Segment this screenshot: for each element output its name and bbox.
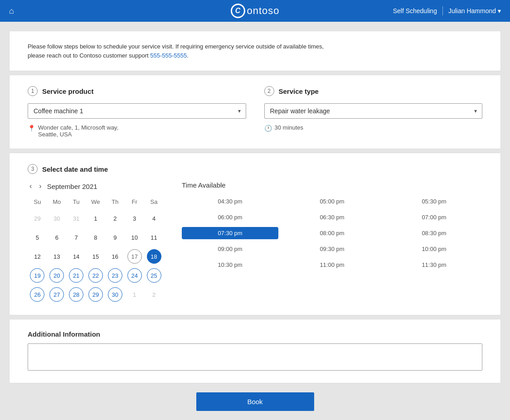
- step1-number: 1: [28, 86, 38, 96]
- time-slot[interactable]: 05:00 pm: [284, 195, 380, 208]
- time-slot[interactable]: 07:00 pm: [386, 211, 482, 223]
- step2-number: 2: [264, 86, 274, 96]
- step2-header: 2 Service type: [264, 86, 483, 96]
- calendar-day[interactable]: 30: [108, 287, 122, 302]
- calendar-day: 29: [30, 211, 44, 226]
- calendar-day[interactable]: 16: [108, 249, 122, 264]
- clock-icon: 🕐: [264, 125, 272, 132]
- service-type-select[interactable]: Repair water leakage: [264, 103, 483, 119]
- time-available-label: Time Available: [182, 181, 482, 189]
- service-product-select[interactable]: Coffee machine 1: [28, 103, 246, 119]
- calendar-day[interactable]: 27: [49, 287, 64, 302]
- calendar-body: 2930311234567891011121314151617181920212…: [28, 209, 164, 304]
- time-slot[interactable]: 05:30 pm: [386, 195, 482, 208]
- time-slot[interactable]: 04:30 pm: [182, 195, 278, 208]
- time-slot[interactable]: 08:00 pm: [284, 227, 380, 239]
- calendar-day[interactable]: 2: [108, 211, 122, 226]
- calendar-day[interactable]: 14: [69, 249, 83, 264]
- calendar-day[interactable]: 8: [88, 230, 103, 245]
- calendar-day[interactable]: 29: [88, 287, 103, 302]
- day-header-sa: Sa: [144, 197, 164, 209]
- additional-info-label: Additional Information: [28, 330, 482, 338]
- time-slot[interactable]: 11:00 pm: [284, 259, 380, 271]
- time-slot[interactable]: 06:30 pm: [284, 211, 380, 223]
- step3-header: 3 Select date and time: [28, 164, 482, 174]
- service-columns: 1 Service product Coffee machine 1 ▾ 📍 W…: [28, 86, 482, 138]
- location-icon: 📍: [28, 125, 35, 132]
- calendar-day[interactable]: 10: [127, 230, 142, 245]
- calendar-week-1: 567891011: [28, 228, 164, 247]
- calendar-day[interactable]: 21: [69, 268, 83, 283]
- calendar-day[interactable]: 26: [30, 287, 44, 302]
- calendar-day[interactable]: 6: [49, 230, 64, 245]
- time-panel: Time Available 04:30 pm05:00 pm05:30 pm0…: [182, 181, 482, 304]
- time-slot[interactable]: 06:00 pm: [182, 211, 278, 223]
- time-slot[interactable]: 07:30 pm: [182, 227, 278, 239]
- header-divider: [442, 6, 443, 15]
- calendar-day[interactable]: 19: [30, 268, 44, 283]
- time-slot[interactable]: 09:00 pm: [182, 243, 278, 255]
- step1-col: 1 Service product Coffee machine 1 ▾ 📍 W…: [28, 86, 246, 138]
- app-header: ⌂ C ontoso Self Scheduling Julian Hammon…: [0, 0, 510, 22]
- additional-info-card: Additional Information: [9, 319, 501, 383]
- calendar-day[interactable]: 20: [49, 268, 64, 283]
- calendar-day[interactable]: 9: [108, 230, 122, 245]
- additional-info-textarea[interactable]: [28, 343, 482, 371]
- book-button[interactable]: Book: [196, 392, 314, 411]
- calendar-day: 30: [49, 211, 64, 226]
- calendar-month: September 2021: [47, 183, 97, 190]
- calendar-time-layout: ‹ › September 2021 Su Mo Tu We Th Fr Sa: [28, 181, 482, 304]
- calendar-day[interactable]: 24: [127, 268, 142, 283]
- home-icon[interactable]: ⌂: [9, 6, 14, 16]
- calendar-day[interactable]: 11: [147, 230, 161, 245]
- service-card: 1 Service product Coffee machine 1 ▾ 📍 W…: [9, 75, 501, 149]
- header-right: Self Scheduling Julian Hammond ▾: [393, 6, 501, 15]
- calendar-day[interactable]: 25: [147, 268, 161, 283]
- next-month-button[interactable]: ›: [37, 181, 43, 191]
- user-name: Julian Hammond: [448, 7, 496, 14]
- time-slot[interactable]: 10:30 pm: [182, 259, 278, 271]
- logo-name: ontoso: [247, 5, 279, 17]
- service-product-dropdown-wrapper: Coffee machine 1 ▾: [28, 103, 246, 119]
- calendar-week-2: 12131415161718: [28, 247, 164, 266]
- calendar-week-0: 2930311234: [28, 209, 164, 228]
- service-type-dropdown-wrapper: Repair water leakage ▾: [264, 103, 483, 119]
- calendar-day[interactable]: 4: [147, 211, 161, 226]
- calendar-day[interactable]: 12: [30, 249, 44, 264]
- time-slot[interactable]: 08:30 pm: [386, 227, 482, 239]
- calendar-day[interactable]: 15: [88, 249, 103, 264]
- day-header-tu: Tu: [67, 197, 86, 209]
- calendar-day[interactable]: 17: [127, 249, 142, 264]
- date-time-card: 3 Select date and time ‹ › September 202…: [9, 153, 501, 315]
- calendar-week-3: 19202122232425: [28, 266, 164, 285]
- time-slot[interactable]: 11:30 pm: [386, 259, 482, 271]
- step1-title: Service product: [42, 87, 93, 95]
- self-scheduling-label: Self Scheduling: [393, 7, 437, 14]
- calendar-day[interactable]: 1: [88, 211, 103, 226]
- calendar-day[interactable]: 3: [127, 211, 142, 226]
- time-slot[interactable]: 10:00 pm: [386, 243, 482, 255]
- intro-text: Please follow steps below to schedule yo…: [28, 42, 482, 60]
- location-text: Wonder cafe, 1, Microsoft way, Seattle, …: [38, 124, 118, 138]
- day-header-su: Su: [28, 197, 47, 209]
- time-slot[interactable]: 09:30 pm: [284, 243, 380, 255]
- calendar-day[interactable]: 22: [88, 268, 103, 283]
- calendar-day: 1: [127, 287, 142, 302]
- calendar-day: 2: [147, 287, 161, 302]
- calendar-day: 31: [69, 211, 83, 226]
- calendar-day[interactable]: 5: [30, 230, 44, 245]
- calendar-nav: ‹ › September 2021: [28, 181, 164, 191]
- prev-month-button[interactable]: ‹: [28, 181, 34, 191]
- day-header-mo: Mo: [47, 197, 67, 209]
- calendar-day[interactable]: 28: [69, 287, 83, 302]
- calendar-day[interactable]: 18: [147, 249, 161, 264]
- user-menu[interactable]: Julian Hammond ▾: [448, 7, 501, 14]
- calendar-day[interactable]: 7: [69, 230, 83, 245]
- duration-text: 30 minutes: [275, 124, 304, 131]
- calendar-day[interactable]: 13: [49, 249, 64, 264]
- logo-letter: C: [235, 7, 241, 15]
- support-phone-link[interactable]: 555-555-5555: [150, 52, 187, 59]
- book-button-wrapper: Book: [9, 392, 501, 411]
- calendar-day[interactable]: 23: [108, 268, 122, 283]
- calendar-days-header: Su Mo Tu We Th Fr Sa: [28, 197, 164, 209]
